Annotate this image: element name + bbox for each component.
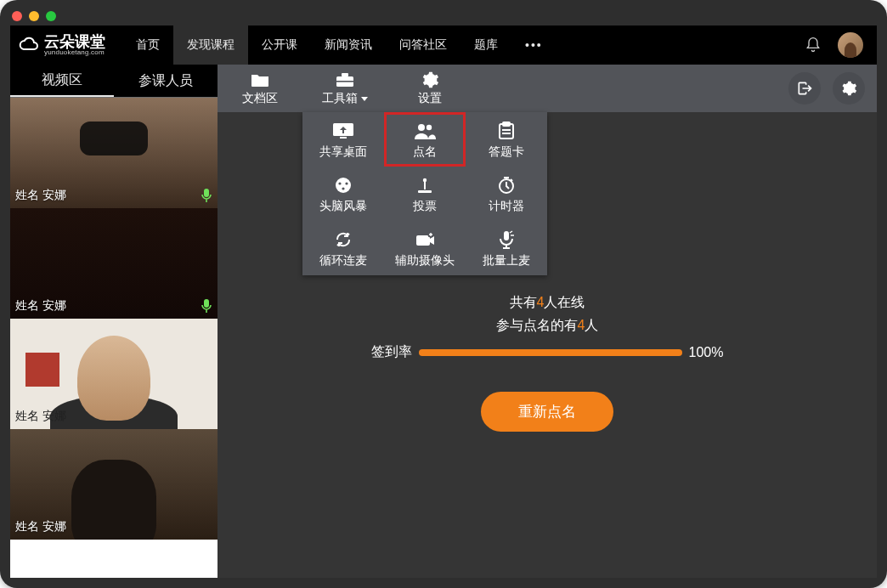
dd-label: 批量上麦 xyxy=(483,253,530,269)
side-tab-video[interactable]: 视频区 xyxy=(10,65,114,97)
tool-label: 文档区 xyxy=(242,91,278,106)
stat-online: 共有4人在线 xyxy=(510,291,585,314)
svg-rect-10 xyxy=(503,122,510,126)
main-area: 文档区 工具箱 设置 xyxy=(218,65,877,578)
dd-label: 点名 xyxy=(413,144,437,160)
settings-button[interactable] xyxy=(833,72,865,105)
svg-rect-3 xyxy=(342,73,348,76)
svg-rect-21 xyxy=(504,231,509,240)
cycle-mic-icon xyxy=(334,229,353,250)
attendance-rate: 签到率 100% xyxy=(371,343,724,361)
mic-on-icon xyxy=(201,188,212,203)
dd-roll-call[interactable]: 点名 xyxy=(384,112,466,167)
logo-subtext: yunduoketang.com xyxy=(44,49,105,56)
bulk-mic-icon xyxy=(498,229,515,250)
nav-more[interactable]: ••• xyxy=(511,25,556,65)
svg-rect-1 xyxy=(204,299,209,308)
svg-point-8 xyxy=(427,125,432,130)
brainstorm-icon xyxy=(334,175,353,195)
tool-label: 工具箱 xyxy=(322,91,358,106)
zoom-dot[interactable] xyxy=(46,11,56,21)
camera-plus-icon xyxy=(415,229,435,250)
svg-point-14 xyxy=(342,187,344,189)
briefcase-icon xyxy=(335,71,355,89)
exit-button[interactable] xyxy=(788,72,821,105)
timer-icon xyxy=(497,175,516,195)
dd-label: 循环连麦 xyxy=(319,253,367,269)
tool-toolbox[interactable]: 工具箱 xyxy=(302,65,387,112)
user-avatar[interactable] xyxy=(838,32,863,58)
dd-label: 共享桌面 xyxy=(319,144,367,160)
minimize-dot[interactable] xyxy=(29,11,39,21)
dd-camera-plus[interactable]: 辅助摄像头 xyxy=(384,221,466,275)
nav-public-class[interactable]: 公开课 xyxy=(248,25,311,65)
share-screen-icon xyxy=(332,121,354,141)
svg-rect-0 xyxy=(204,189,209,197)
rate-label: 签到率 xyxy=(371,343,412,361)
empty-tile xyxy=(10,540,218,578)
svg-rect-6 xyxy=(340,137,347,139)
dd-label: 投票 xyxy=(413,199,437,214)
svg-rect-17 xyxy=(418,190,432,193)
re-rollcall-button[interactable]: 重新点名 xyxy=(481,392,613,432)
tool-documents[interactable]: 文档区 xyxy=(218,65,302,112)
close-dot[interactable] xyxy=(12,11,22,21)
svg-rect-4 xyxy=(336,81,353,82)
vote-icon xyxy=(415,175,434,195)
tool-settings[interactable]: 设置 xyxy=(387,65,472,112)
rate-percent: 100% xyxy=(689,345,724,360)
video-tile[interactable]: 姓名 安娜 xyxy=(10,98,218,208)
participant-name: 姓名 安娜 xyxy=(15,519,66,534)
svg-point-15 xyxy=(423,178,427,182)
answer-card-icon xyxy=(497,121,516,141)
nav-discover-courses[interactable]: 发现课程 xyxy=(173,25,248,65)
progress-fill xyxy=(419,349,682,356)
progress-bar xyxy=(419,349,682,356)
dd-label: 头脑风暴 xyxy=(319,199,367,214)
nav-home[interactable]: 首页 xyxy=(122,25,173,65)
cloud-icon xyxy=(17,37,39,54)
mic-on-icon xyxy=(201,298,212,314)
dd-label: 答题卡 xyxy=(489,144,524,160)
svg-rect-19 xyxy=(416,235,430,246)
sidebar: 视频区 参课人员 姓名 安娜 姓名 安娜 xyxy=(10,65,218,578)
participant-name: 姓名 安娜 xyxy=(15,409,66,424)
svg-point-13 xyxy=(345,182,347,184)
dd-label: 辅助摄像头 xyxy=(395,253,455,269)
video-list: 姓名 安娜 姓名 安娜 xyxy=(10,98,218,578)
window-controls xyxy=(0,7,56,25)
svg-point-11 xyxy=(336,178,351,193)
logo-text: 云朵课堂 xyxy=(44,34,105,49)
dd-answer-card[interactable]: 答题卡 xyxy=(466,112,547,167)
participant-name: 姓名 安娜 xyxy=(15,298,66,314)
chevron-down-icon xyxy=(361,97,368,101)
dd-share-screen[interactable]: 共享桌面 xyxy=(302,112,384,167)
gear-icon xyxy=(421,71,439,89)
bell-icon[interactable] xyxy=(799,31,828,59)
app-logo[interactable]: 云朵课堂 yunduoketang.com xyxy=(17,34,105,56)
stat-participated: 参与点名的有4人 xyxy=(496,314,599,336)
side-tab-attendees[interactable]: 参课人员 xyxy=(114,65,218,97)
dd-cycle-mic[interactable]: 循环连麦 xyxy=(302,221,384,275)
nav-news[interactable]: 新闻资讯 xyxy=(311,25,386,65)
people-icon xyxy=(414,121,436,141)
svg-point-12 xyxy=(338,182,341,184)
main-toolbar: 文档区 工具箱 设置 xyxy=(218,65,877,112)
dd-bulk-mic[interactable]: 批量上麦 xyxy=(466,221,547,275)
header: 云朵课堂 yunduoketang.com 首页 发现课程 公开课 新闻资讯 问… xyxy=(10,25,877,65)
video-tile[interactable]: 姓名 安娜 xyxy=(10,429,218,540)
nav-qa-community[interactable]: 问答社区 xyxy=(386,25,460,65)
svg-point-7 xyxy=(418,124,425,131)
nav-question-bank[interactable]: 题库 xyxy=(460,25,511,65)
dd-brainstorm[interactable]: 头脑风暴 xyxy=(302,167,384,221)
participant-name: 姓名 安娜 xyxy=(15,188,66,203)
tool-label: 设置 xyxy=(418,91,442,106)
dd-timer[interactable]: 计时器 xyxy=(466,167,547,221)
video-tile[interactable]: 姓名 安娜 xyxy=(10,208,218,319)
svg-rect-16 xyxy=(424,182,426,189)
video-tile[interactable]: 姓名 安娜 xyxy=(10,319,218,429)
dd-vote[interactable]: 投票 xyxy=(384,167,466,221)
dd-label: 计时器 xyxy=(489,199,524,214)
toolbox-dropdown: 共享桌面 点名 答题卡 xyxy=(302,112,547,275)
folder-icon xyxy=(250,71,270,89)
